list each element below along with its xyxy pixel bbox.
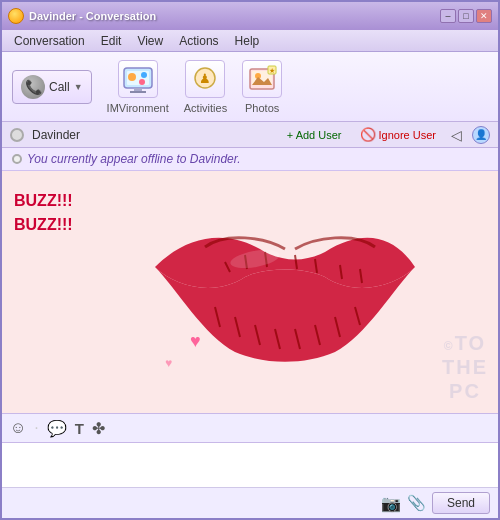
svg-rect-3 <box>130 91 146 93</box>
maximize-button[interactable]: □ <box>458 9 474 23</box>
add-user-button[interactable]: + Add User <box>282 127 347 143</box>
imvironment-icon <box>118 60 158 98</box>
contact-status-icon <box>10 128 24 142</box>
watermark: ©TOTHEPC <box>442 331 488 403</box>
imvironment-label: IMVironment <box>107 102 169 114</box>
attachment-button[interactable]: 📎 <box>407 494 426 512</box>
contact-name: Davinder <box>32 128 274 142</box>
call-label: Call <box>49 80 70 94</box>
camera-button[interactable]: 📷 <box>381 494 401 513</box>
svg-point-5 <box>141 72 147 78</box>
offline-notice: You currently appear offline to Davinder… <box>2 148 498 171</box>
window-controls: – □ ✕ <box>440 9 492 23</box>
menu-help[interactable]: Help <box>227 32 268 50</box>
ignore-user-label: Ignore User <box>379 129 436 141</box>
svg-text:★: ★ <box>269 67 275 74</box>
message-input[interactable] <box>2 443 498 487</box>
user-avatar: 👤 <box>472 126 490 144</box>
message-area: 📷 📎 Send <box>2 443 498 518</box>
activities-button[interactable]: ♟ Activities <box>184 60 227 114</box>
menu-view[interactable]: View <box>129 32 171 50</box>
chat-content: BUZZ!!! BUZZ!!! <box>2 171 498 413</box>
message-footer: 📷 📎 Send <box>2 487 498 518</box>
call-button[interactable]: 📞 Call ▼ <box>12 70 92 104</box>
ignore-icon: 🚫 <box>360 127 376 142</box>
ignore-user-button[interactable]: 🚫 Ignore User <box>355 125 441 144</box>
svg-point-4 <box>128 73 136 81</box>
main-window: Davinder - Conversation – □ ✕ Conversati… <box>0 0 500 520</box>
chat-style-button[interactable]: 💬 <box>47 419 67 438</box>
app-icon <box>8 8 24 24</box>
smiley-button[interactable]: ☺ <box>10 419 26 437</box>
buzz-2: BUZZ!!! <box>14 213 73 237</box>
close-button[interactable]: ✕ <box>476 9 492 23</box>
send-button[interactable]: Send <box>432 492 490 514</box>
activities-label: Activities <box>184 102 227 114</box>
title-bar: Davinder - Conversation – □ ✕ <box>2 2 498 30</box>
menu-actions[interactable]: Actions <box>171 32 226 50</box>
font-button[interactable]: T <box>75 420 84 437</box>
photos-icon: ★ <box>242 60 282 98</box>
lips-image: ♥ ♥ <box>82 181 488 413</box>
menu-conversation[interactable]: Conversation <box>6 32 93 50</box>
buzz-messages: BUZZ!!! BUZZ!!! <box>14 189 73 237</box>
photos-label: Photos <box>245 102 279 114</box>
photos-button[interactable]: ★ Photos <box>242 60 282 114</box>
contact-bar: Davinder + Add User 🚫 Ignore User ◁ 👤 <box>2 122 498 148</box>
imvironment-button[interactable]: IMVironment <box>107 60 169 114</box>
add-user-label: + Add User <box>287 129 342 141</box>
minimize-button[interactable]: – <box>440 9 456 23</box>
chat-area: You currently appear offline to Davinder… <box>2 148 498 413</box>
svg-text:♥: ♥ <box>165 356 172 370</box>
settings-button[interactable]: ✤ <box>92 419 105 438</box>
toolbar: 📞 Call ▼ IMVironment <box>2 52 498 122</box>
phone-icon: 📞 <box>21 75 45 99</box>
call-dropdown-icon: ▼ <box>74 82 83 92</box>
svg-text:♟: ♟ <box>199 71 211 86</box>
activities-icon: ♟ <box>185 60 225 98</box>
input-toolbar: ☺ · 💬 T ✤ <box>2 413 498 443</box>
separator-1: · <box>34 419 38 437</box>
offline-text: You currently appear offline to Davinder… <box>27 152 241 166</box>
svg-text:♥: ♥ <box>190 331 201 351</box>
offline-status-dot <box>12 154 22 164</box>
title-bar-left: Davinder - Conversation <box>8 8 156 24</box>
arrow-button[interactable]: ◁ <box>449 125 464 145</box>
menu-bar: Conversation Edit View Actions Help <box>2 30 498 52</box>
buzz-1: BUZZ!!! <box>14 189 73 213</box>
menu-edit[interactable]: Edit <box>93 32 130 50</box>
window-title: Davinder - Conversation <box>29 10 156 22</box>
svg-point-6 <box>139 79 145 85</box>
